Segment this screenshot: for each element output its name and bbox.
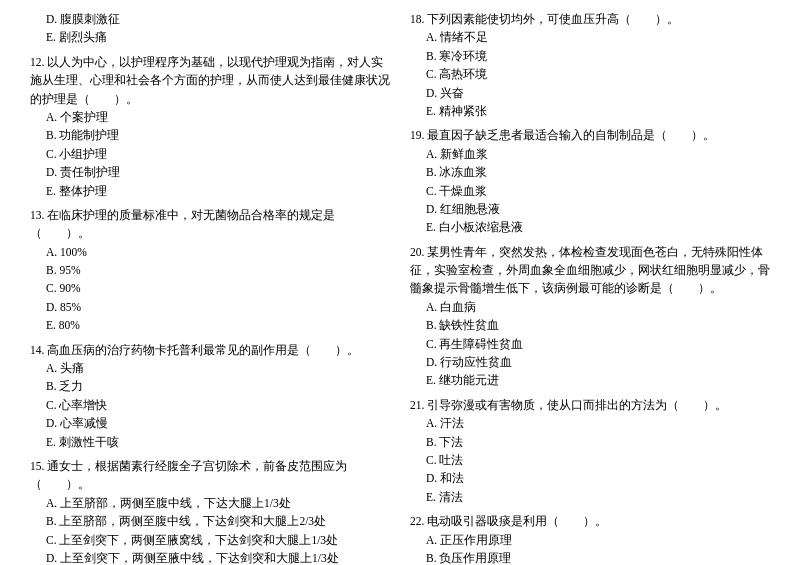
option-item: E. 80% [30,316,390,334]
right-column: 18. 下列因素能使切均外，可使血压升高（ ）。A. 情绪不足B. 寒冷环境C.… [410,10,770,565]
option-item: A. 上至脐部，两侧至腹中线，下达大腿上1/3处 [30,494,390,512]
option-item: A. 白血病 [410,298,770,316]
question-q19: 19. 最直因子缺乏患者最适合输入的自制制品是（ ）。A. 新鲜血浆B. 冰冻血… [410,126,770,236]
option-item: C. 小组护理 [30,145,390,163]
question-title: 18. 下列因素能使切均外，可使血压升高（ ）。 [410,10,770,28]
option-item: A. 新鲜血浆 [410,145,770,163]
option-item: A. 正压作用原理 [410,531,770,549]
question-q12: 12. 以人为中心，以护理程序为基础，以现代护理观为指南，对人实施从生理、心理和… [30,53,390,200]
option-item: D. 上至剑突下，两侧至腋中线，下达剑突和大腿上1/3处 [30,549,390,565]
option-item: D. 红细胞悬液 [410,200,770,218]
option-text: D. 腹膜刺激征 [30,10,390,28]
question-title: 14. 高血压病的治疗药物卡托普利最常见的副作用是（ ）。 [30,341,390,359]
option-item: E. 整体护理 [30,182,390,200]
question-q22: 22. 电动吸引器吸痰是利用（ ）。A. 正压作用原理B. 负压作用原理C. 空… [410,512,770,565]
option-item: C. 再生障碍性贫血 [410,335,770,353]
option-item: B. 95% [30,261,390,279]
option-item: D. 责任制护理 [30,163,390,181]
option-item: E. 白小板浓缩悬液 [410,218,770,236]
option-item: D. 行动应性贫血 [410,353,770,371]
question-q18: 18. 下列因素能使切均外，可使血压升高（ ）。A. 情绪不足B. 寒冷环境C.… [410,10,770,120]
option-item: D. 心率减慢 [30,414,390,432]
option-item: B. 冰冻血浆 [410,163,770,181]
question-q13: 13. 在临床护理的质量标准中，对无菌物品合格率的规定是（ ）。A. 100%B… [30,206,390,335]
option-item: C. 吐法 [410,451,770,469]
option-item: B. 功能制护理 [30,126,390,144]
content-columns: D. 腹膜刺激征E. 剧烈头痛12. 以人为中心，以护理程序为基础，以现代护理观… [30,10,770,565]
question-title: 15. 通女士，根据菌素行经腹全子宫切除术，前备皮范围应为（ ）。 [30,457,390,494]
option-item: E. 继功能元进 [410,371,770,389]
option-item: E. 清法 [410,488,770,506]
option-item: A. 100% [30,243,390,261]
question-title: 13. 在临床护理的质量标准中，对无菌物品合格率的规定是（ ）。 [30,206,390,243]
option-item: E. 精神紧张 [410,102,770,120]
option-item: D. 兴奋 [410,84,770,102]
option-item: C. 90% [30,279,390,297]
question-q14: 14. 高血压病的治疗药物卡托普利最常见的副作用是（ ）。A. 头痛B. 乏力C… [30,341,390,451]
option-item: A. 个案护理 [30,108,390,126]
left-column: D. 腹膜刺激征E. 剧烈头痛12. 以人为中心，以护理程序为基础，以现代护理观… [30,10,390,565]
question-q21: 21. 引导弥漫或有害物质，使从口而排出的方法为（ ）。A. 汗法B. 下法C.… [410,396,770,506]
option-item: A. 情绪不足 [410,28,770,46]
page: D. 腹膜刺激征E. 剧烈头痛12. 以人为中心，以护理程序为基础，以现代护理观… [30,10,770,565]
question-title: 20. 某男性青年，突然发热，体检检查发现面色苍白，无特殊阳性体征，实验室检查，… [410,243,770,298]
question-title: 22. 电动吸引器吸痰是利用（ ）。 [410,512,770,530]
question-title: 12. 以人为中心，以护理程序为基础，以现代护理观为指南，对人实施从生理、心理和… [30,53,390,108]
option-item: C. 心率增快 [30,396,390,414]
option-item: C. 干燥血浆 [410,182,770,200]
option-item: D. 85% [30,298,390,316]
question-q15: 15. 通女士，根据菌素行经腹全子宫切除术，前备皮范围应为（ ）。A. 上至脐部… [30,457,390,565]
question-title: 21. 引导弥漫或有害物质，使从口而排出的方法为（ ）。 [410,396,770,414]
option-item: E. 刺激性干咳 [30,433,390,451]
option-item: A. 头痛 [30,359,390,377]
option-text: E. 剧烈头痛 [30,28,390,46]
option-item: C. 上至剑突下，两侧至腋窝线，下达剑突和大腿上1/3处 [30,531,390,549]
question-q20: 20. 某男性青年，突然发热，体检检查发现面色苍白，无特殊阳性体征，实验室检查，… [410,243,770,390]
question-q_d_e: D. 腹膜刺激征E. 剧烈头痛 [30,10,390,47]
option-item: B. 下法 [410,433,770,451]
question-title: 19. 最直因子缺乏患者最适合输入的自制制品是（ ）。 [410,126,770,144]
option-item: B. 负压作用原理 [410,549,770,565]
option-item: B. 缺铁性贫血 [410,316,770,334]
option-item: B. 上至脐部，两侧至腹中线，下达剑突和大腿上2/3处 [30,512,390,530]
option-item: D. 和法 [410,469,770,487]
option-item: B. 寒冷环境 [410,47,770,65]
option-item: B. 乏力 [30,377,390,395]
option-item: A. 汗法 [410,414,770,432]
option-item: C. 高热环境 [410,65,770,83]
